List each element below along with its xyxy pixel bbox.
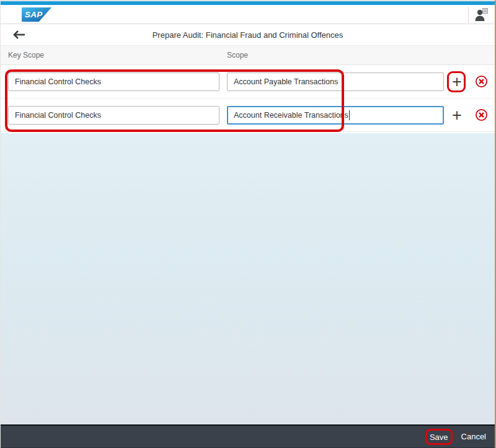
app-window: SAP Prepare Audit: Financial Fraud and C… [0, 0, 496, 448]
key-scope-value-row1: Financial Control Checks [15, 77, 101, 86]
scope-rows-list: Financial Control Checks Account Payable… [1, 65, 495, 132]
scope-row-1: Financial Control Checks Account Payable… [1, 65, 495, 99]
sap-logo-text: SAP [25, 10, 43, 19]
plus-icon: + [452, 106, 462, 125]
key-scope-value-row2: Financial Control Checks [15, 111, 101, 120]
scope-value-row2: Account Receivable Transactions [234, 111, 348, 120]
content-background [1, 133, 495, 424]
key-scope-input-row2[interactable]: Financial Control Checks [8, 106, 219, 125]
cancel-button[interactable]: Cancel [461, 432, 486, 441]
scope-row-2: Financial Control Checks Account Receiva… [1, 99, 495, 132]
text-caret [349, 110, 350, 120]
add-row-button-row1[interactable]: + [448, 72, 466, 91]
plus-icon: + [452, 72, 462, 91]
scope-value-row1: Account Payable Transactions [234, 77, 338, 86]
column-label-key-scope: Key Scope [8, 46, 44, 64]
person-icon [473, 15, 489, 25]
shell-bar: SAP [1, 5, 495, 24]
shell-divider [468, 7, 469, 23]
delete-cross-circle-icon [475, 114, 488, 123]
scope-input-row2[interactable]: Account Receivable Transactions [227, 106, 444, 125]
page-title: Prepare Audit: Financial Fraud and Crimi… [1, 25, 495, 45]
back-arrow-icon [12, 32, 26, 42]
back-button[interactable] [11, 29, 27, 42]
key-scope-input-row1[interactable]: Financial Control Checks [8, 72, 219, 91]
column-label-scope: Scope [227, 46, 248, 64]
sap-logo[interactable]: SAP [22, 7, 51, 22]
add-row-button-row2[interactable]: + [448, 106, 466, 125]
scope-input-row1[interactable]: Account Payable Transactions [227, 72, 444, 91]
page-header: Prepare Audit: Financial Fraud and Crimi… [1, 25, 495, 45]
delete-cross-circle-icon [475, 81, 488, 90]
delete-row-button-row2[interactable] [474, 108, 488, 122]
delete-row-button-row1[interactable] [474, 75, 488, 89]
save-button[interactable]: Save [430, 433, 448, 442]
column-headers: Key Scope Scope [1, 45, 495, 65]
save-annotation-highlight: Save [425, 429, 453, 445]
user-profile-button[interactable] [473, 7, 489, 23]
footer-bar: Save Cancel [1, 424, 495, 448]
